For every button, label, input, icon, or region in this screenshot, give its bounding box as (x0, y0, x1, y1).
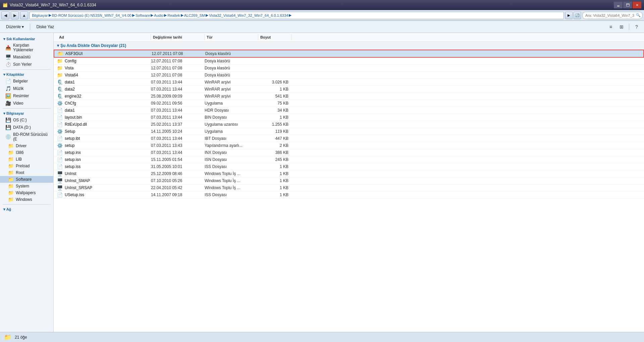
path-alc269[interactable]: ALC269_SM (184, 13, 205, 17)
file-name-cell: 📄 setup.ibt (57, 136, 151, 141)
maximize-button[interactable]: 🗖 (623, 2, 632, 8)
diske-yaz-button[interactable]: Diske Yaz (33, 22, 57, 32)
sidebar-child-root[interactable]: 📁 Root (0, 169, 53, 176)
sidebar-section-ag[interactable]: ▾ Ağ (0, 206, 53, 212)
file-size-cell: 119 KB (258, 129, 292, 134)
sidebar-child-i386[interactable]: 📁 I386 (0, 149, 53, 156)
file-row[interactable]: 🗜️ data1 07.03.2011 13:44 WinRAR arşivi … (54, 79, 644, 86)
address-right: ▶ 🔄 (565, 12, 581, 19)
file-size-cell: 34 KB (258, 108, 292, 113)
belgeler-icon: 📄 (5, 78, 11, 84)
col-ad-header[interactable]: Ad (57, 34, 151, 40)
sidebar-child-wallpapers[interactable]: 📁 Wallpapers (0, 189, 53, 196)
file-type-cell: Uygulama (205, 101, 258, 106)
file-icon: 📁 (57, 65, 63, 71)
file-row[interactable]: 🗜️ engine32 25.08.2009 09:09 WinRAR arşi… (54, 93, 644, 100)
file-icon: 📄 (57, 115, 63, 120)
file-row[interactable]: 📄 setup.inx 07.03.2011 13:44 INX Dosyası… (54, 149, 644, 156)
file-icon: 📁 (58, 51, 63, 56)
help-button[interactable]: ? (632, 23, 641, 31)
view-grid-button[interactable]: ⊞ (617, 23, 626, 31)
search-input[interactable] (582, 12, 643, 19)
sidebar-section-sik[interactable]: ▾ Sık Kullanılanlar (0, 36, 53, 42)
sidebar-item-karsidan[interactable]: 📥 Karşıdan Yüklemeler (0, 42, 53, 53)
file-type-cell: Windows Toplu İş ... (205, 185, 258, 190)
file-row[interactable]: ⚙️ setup 07.03.2011 13:43 Yapılandırma a… (54, 142, 644, 149)
sidebar-section-kitaplik[interactable]: ▾ Kitaplıklar (0, 71, 53, 77)
file-type-cell: WinRAR arşivi (205, 94, 258, 99)
section-toggle[interactable]: ▾ (57, 43, 59, 48)
file-name-label: ChCfg (65, 101, 76, 106)
file-icon: 🗜️ (57, 94, 63, 99)
file-row[interactable]: 📁 ASF3GUI 12.07.2011 07:08 Dosya klasörü (54, 50, 644, 58)
file-row[interactable]: 📄 setup.iss 31.05.2005 10:01 ISS Dosyası… (54, 163, 644, 170)
file-row[interactable]: 📄 layout.bin 07.03.2011 13:44 BIN Dosyas… (54, 114, 644, 121)
close-button[interactable]: ✕ (633, 2, 641, 8)
col-type-header[interactable]: Tür (205, 34, 258, 40)
sidebar-section-bilgisayar[interactable]: ▾ Bilgisayar (0, 110, 53, 116)
file-type-cell: ISS Dosyası (205, 164, 258, 169)
up-button[interactable]: ▲ (20, 11, 28, 19)
file-row[interactable]: 🖥️ UnInst_SRSAP 22.04.2010 05:42 Windows… (54, 184, 644, 191)
sidebar-item-son-yerler[interactable]: ⏱️ Son Yerler (0, 61, 53, 68)
status-bar: 📁 21 öğe (0, 332, 644, 342)
col-size-header[interactable]: Boyut (258, 34, 292, 40)
file-row[interactable]: ⚙️ ChCfg 09.02.2011 09:56 Uygulama 75 KB (54, 100, 644, 107)
sidebar-item-masaustu[interactable]: 🖥️ Masaüstü (0, 53, 53, 61)
back-button[interactable]: ◀ (1, 11, 9, 19)
i386-icon: 📁 (8, 150, 14, 155)
path-realtek[interactable]: Realtek (167, 13, 180, 17)
sidebar-item-belgeler[interactable]: 📄 Belgeler (0, 77, 53, 85)
path-bilgisayar[interactable]: Bilgisayar (32, 13, 48, 17)
sidebar-item-bdrom[interactable]: 💿 BD-ROM Sürücüsü (E (0, 131, 53, 142)
file-row[interactable]: 🗜️ data2 07.03.2011 13:44 WinRAR arşivi … (54, 86, 644, 93)
file-row[interactable]: ⚙️ Setup 14.11.2005 10:24 Uygulama 119 K… (54, 128, 644, 135)
file-row[interactable]: 📄 RtlExUpd.dll 25.02.2011 13:37 Uygulama… (54, 121, 644, 128)
sidebar-child-windows[interactable]: 📁 Windows (0, 196, 53, 203)
sidebar-child-system[interactable]: 📁 System (0, 183, 53, 189)
sidebar-child-preload[interactable]: 📁 Preload (0, 163, 53, 169)
file-name-label: USetup.iss (65, 192, 84, 197)
sidebar-item-video[interactable]: 🎥 Video (0, 100, 53, 107)
forward-button[interactable]: ▶ (11, 11, 19, 19)
path-software[interactable]: Software (136, 13, 150, 17)
file-row[interactable]: 📁 Vista64 12.07.2011 07:08 Dosya klasörü (54, 72, 644, 79)
file-row[interactable]: 📄 USetup.iss 14.11.2007 09:18 ISS Dosyas… (54, 191, 644, 198)
sidebar-item-resimler[interactable]: 🖼️ Resimler (0, 92, 53, 100)
file-row[interactable]: 📄 data1 07.03.2011 13:44 HDR Dosyası 34 … (54, 107, 644, 114)
file-date-cell: 07.03.2011 13:44 (151, 115, 205, 120)
sidebar-child-lib[interactable]: 📁 LIB (0, 156, 53, 163)
file-row[interactable]: 📁 Config 12.07.2011 07:08 Dosya klasörü (54, 58, 644, 65)
address-bar-row: ◀ ▶ ▲ Bilgisayar ▶ BD-ROM Sürücüsü (E) N… (0, 10, 644, 21)
file-row[interactable]: 🖥️ UnInst_SMAP 07.10.2010 05:26 Windows … (54, 177, 644, 184)
minimize-button[interactable]: 🗕 (614, 2, 623, 8)
sidebar-item-os-c[interactable]: 💾 OS (C:) (0, 116, 53, 124)
file-row[interactable]: 📄 setup.ibt 07.03.2011 13:44 IBT Dosyası… (54, 135, 644, 142)
sidebar-item-data-d[interactable]: 💾 DATA (D:) (0, 124, 53, 131)
file-row[interactable]: 🖥️ UnInst 25.12.2009 08:46 Windows Toplu… (54, 170, 644, 177)
file-row[interactable]: 📁 Vista 12.07.2011 07:08 Dosya klasörü (54, 65, 644, 72)
view-list-button[interactable]: ≡ (606, 23, 615, 31)
sidebar-item-muzik[interactable]: 🎵 Müzik (0, 85, 53, 92)
path-bdrom[interactable]: BD-ROM Sürücüsü (E) N53SN_WIN7_64_V4.00 (52, 13, 131, 17)
col-date-header[interactable]: Değiştirme tarihi (151, 34, 205, 40)
file-name-cell: 🗜️ engine32 (57, 94, 151, 99)
root-label: Root (16, 170, 24, 175)
sep7: ▶ (289, 13, 291, 17)
son-yerler-icon: ⏱️ (5, 62, 11, 67)
file-icon: 📄 (57, 192, 63, 197)
file-name-label: data1 (65, 108, 75, 113)
file-date-cell: 07.03.2011 13:43 (151, 143, 205, 148)
sidebar-child-software[interactable]: 📁 Software (0, 176, 53, 183)
file-row[interactable]: 📄 setup.isn 15.11.2005 01:54 ISN Dosyası… (54, 156, 644, 163)
path-audio[interactable]: Audio (154, 13, 163, 17)
address-go-button[interactable]: ▶ (565, 12, 573, 19)
duzenle-button[interactable]: Düzenle ▾ (3, 22, 27, 32)
address-path[interactable]: Bilgisayar ▶ BD-ROM Sürücüsü (E) N53SN_W… (30, 12, 564, 19)
sidebar-child-driver[interactable]: 📁 Driver (0, 142, 53, 149)
address-refresh-button[interactable]: 🔄 (574, 12, 581, 19)
sidebar-div1 (3, 69, 51, 70)
file-name-cell: 🖥️ UnInst_SRSAP (57, 185, 151, 190)
path-vista32[interactable]: Vista32_Vista64_Win7_32_Win7_64_6.0.1.63… (209, 13, 288, 17)
title-bar-controls: 🗕 🗖 ✕ (614, 2, 641, 8)
